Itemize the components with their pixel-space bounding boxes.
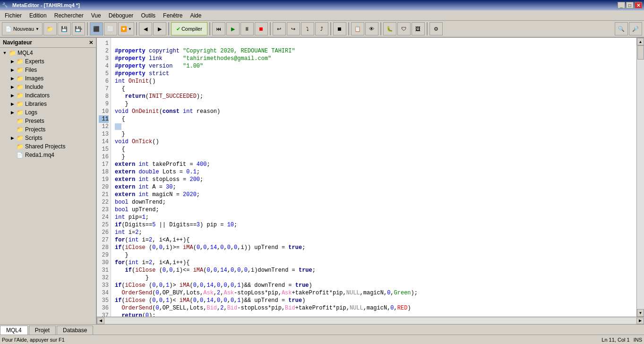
nav-item-experts[interactable]: ▶ 📁 Experts bbox=[0, 57, 96, 66]
settings-button[interactable]: ⚙ bbox=[429, 22, 443, 35]
save-button[interactable]: 💾 bbox=[58, 22, 71, 35]
menu-rechercher[interactable]: Rechercher bbox=[51, 11, 87, 20]
tab-projet[interactable]: Projet bbox=[29, 326, 56, 335]
folder-icon-indicators: 📁 bbox=[16, 92, 24, 99]
compile-button[interactable]: ✔ Compiler bbox=[171, 22, 207, 35]
expand-icon-include: ▶ bbox=[9, 84, 15, 90]
nav-item-libraries[interactable]: ▶ 📁 Libraries bbox=[0, 100, 96, 108]
nav-item-logs[interactable]: ▶ 📁 Logs bbox=[0, 108, 96, 117]
search-button[interactable]: 🔍 bbox=[615, 22, 628, 35]
nav-item-indicators[interactable]: ▶ 📁 Indicators bbox=[0, 91, 96, 100]
scroll-left-arrow[interactable]: ◀ bbox=[97, 318, 104, 324]
nav-item-shared-projects[interactable]: ▶ 📁 Shared Projects bbox=[0, 142, 96, 151]
navigator-close-button[interactable]: ✕ bbox=[89, 40, 93, 46]
open-button[interactable]: 📁 bbox=[43, 22, 57, 35]
code-editor[interactable]: 1 2 3 4 5 6 7 8 9 10 11 12 13 14 15 16 1… bbox=[97, 38, 644, 324]
indent-button[interactable]: ⬜ bbox=[104, 22, 117, 35]
step-up-button[interactable]: ⤴ bbox=[315, 22, 328, 35]
line-num: 35 bbox=[99, 297, 109, 304]
scroll-up-arrow[interactable]: ▲ bbox=[637, 38, 644, 45]
watch-icon: 👁 bbox=[369, 26, 374, 32]
line-num: 32 bbox=[99, 274, 109, 282]
nav-item-presets[interactable]: ▶ 📁 Presets bbox=[0, 117, 96, 125]
code-content[interactable]: #property copyright "Copyright 2020, RED… bbox=[111, 38, 636, 317]
menu-fichier[interactable]: Fichier bbox=[1, 11, 26, 20]
line-num: 27 bbox=[99, 236, 109, 244]
stop-icon: ⏹ bbox=[258, 26, 264, 32]
nav-tree: ▼ 📁 MQL4 ▶ 📁 Experts ▶ 📁 Files ▶ 📁 Image… bbox=[0, 48, 96, 324]
nav-label-reda1: Reda1.mq4 bbox=[25, 152, 54, 158]
status-help-text: Pour l'Aide, appuyer sur F1 bbox=[2, 337, 601, 343]
minimize-button[interactable]: _ bbox=[618, 2, 625, 9]
shield-button[interactable]: 🛡 bbox=[397, 22, 411, 35]
menu-deboger[interactable]: Déboguer bbox=[105, 11, 137, 20]
scroll-down-arrow[interactable]: ▼ bbox=[637, 309, 644, 317]
step-over-button[interactable]: ↪ bbox=[287, 22, 300, 35]
line-num: 17 bbox=[99, 161, 109, 168]
menu-aide[interactable]: Aide bbox=[186, 11, 205, 20]
filter-dropdown-button[interactable]: 🔽 ▼ bbox=[118, 22, 134, 35]
close-button[interactable]: ✕ bbox=[635, 2, 642, 9]
nav-forward-button[interactable]: ▶ bbox=[153, 22, 166, 35]
line-num: 9 bbox=[99, 100, 109, 108]
expand-icon-files: ▶ bbox=[9, 67, 15, 73]
debug-icon: 🐛 bbox=[386, 26, 393, 32]
save-all-button[interactable]: 💾+ bbox=[72, 22, 85, 35]
watch-button[interactable]: 👁 bbox=[365, 22, 378, 35]
line-num: 3 bbox=[99, 55, 109, 62]
line-num: 16 bbox=[99, 153, 109, 161]
nav-item-mql4[interactable]: ▼ 📁 MQL4 bbox=[0, 49, 96, 57]
menu-outils[interactable]: Outils bbox=[137, 11, 159, 20]
navigator-panel: Navigateur ✕ ▼ 📁 MQL4 ▶ 📁 Experts ▶ 📁 Fi… bbox=[0, 38, 97, 324]
step-into-button[interactable]: ⤵ bbox=[301, 22, 314, 35]
compile-icon: ✔ bbox=[176, 26, 180, 32]
tab-mql4[interactable]: MQL4 bbox=[0, 326, 28, 335]
run-button[interactable]: ▶ bbox=[226, 22, 240, 35]
nav-item-files[interactable]: ▶ 📁 Files bbox=[0, 66, 96, 74]
line-num: 7 bbox=[99, 85, 109, 93]
new-button[interactable]: 📄 Nouveau ▼ bbox=[2, 22, 43, 35]
tab-database[interactable]: Database bbox=[57, 326, 93, 335]
line-num: 10 bbox=[99, 108, 109, 115]
right-scrollbar[interactable]: ▲ ▼ bbox=[636, 38, 644, 317]
toolbar: 📄 Nouveau ▼ 📁 💾 💾+ ⬛ ⬜ 🔽 ▼ ◀ ▶ ✔ Compile… bbox=[0, 21, 644, 38]
run-back-button[interactable]: ⏮ bbox=[212, 22, 225, 35]
debug-button[interactable]: 🐛 bbox=[383, 22, 396, 35]
stop2-icon: ⏹ bbox=[337, 26, 342, 32]
nav-label-libraries: Libraries bbox=[25, 101, 47, 107]
nav-label-files: Files bbox=[25, 67, 37, 73]
scroll-track[interactable] bbox=[637, 45, 644, 309]
copy-icon: 📋 bbox=[354, 26, 361, 32]
step-out-button[interactable]: ↩ bbox=[273, 22, 286, 35]
line-num: 11 bbox=[99, 115, 109, 123]
nav-item-projects[interactable]: ▶ 📁 Projects bbox=[0, 125, 96, 134]
line-numbers: 1 2 3 4 5 6 7 8 9 10 11 12 13 14 15 16 1… bbox=[97, 38, 111, 317]
folder-icon-mql4: 📁 bbox=[9, 49, 16, 57]
horiz-scroll-track[interactable] bbox=[104, 318, 636, 324]
nav-item-reda1[interactable]: ▶ 📄 Reda1.mq4 bbox=[0, 151, 96, 159]
image-button[interactable]: 🖼 bbox=[412, 22, 425, 35]
nav-item-images[interactable]: ▶ 📁 Images bbox=[0, 74, 96, 83]
menu-edition[interactable]: Edition bbox=[26, 11, 51, 20]
maximize-button[interactable]: □ bbox=[626, 2, 634, 9]
pause-button[interactable]: ⏸ bbox=[240, 22, 254, 35]
standard-view-button[interactable]: ⬛ bbox=[90, 22, 103, 35]
sep5 bbox=[270, 22, 271, 35]
horizontal-scrollbar[interactable]: ◀ ▶ bbox=[97, 317, 644, 324]
line-num: 18 bbox=[99, 168, 109, 176]
stop-button[interactable]: ⏹ bbox=[255, 22, 268, 35]
stop-btn2[interactable]: ⏹ bbox=[333, 22, 346, 35]
copy-button[interactable]: 📋 bbox=[351, 22, 364, 35]
line-num: 4 bbox=[99, 62, 109, 70]
menu-fenetre[interactable]: Fenêtre bbox=[159, 11, 186, 20]
menu-vue[interactable]: Vue bbox=[87, 11, 105, 20]
scroll-right-arrow[interactable]: ▶ bbox=[636, 318, 644, 324]
search-extra-button[interactable]: 🔎 bbox=[629, 22, 642, 35]
nav-item-include[interactable]: ▶ 📁 Include bbox=[0, 83, 96, 91]
expand-icon-experts: ▶ bbox=[9, 59, 15, 64]
scroll-thumb[interactable] bbox=[637, 45, 644, 60]
nav-item-scripts[interactable]: ▶ 📁 Scripts bbox=[0, 134, 96, 142]
standard-view-icon: ⬛ bbox=[93, 26, 100, 32]
nav-back-button[interactable]: ◀ bbox=[139, 22, 152, 35]
line-num: 19 bbox=[99, 176, 109, 183]
